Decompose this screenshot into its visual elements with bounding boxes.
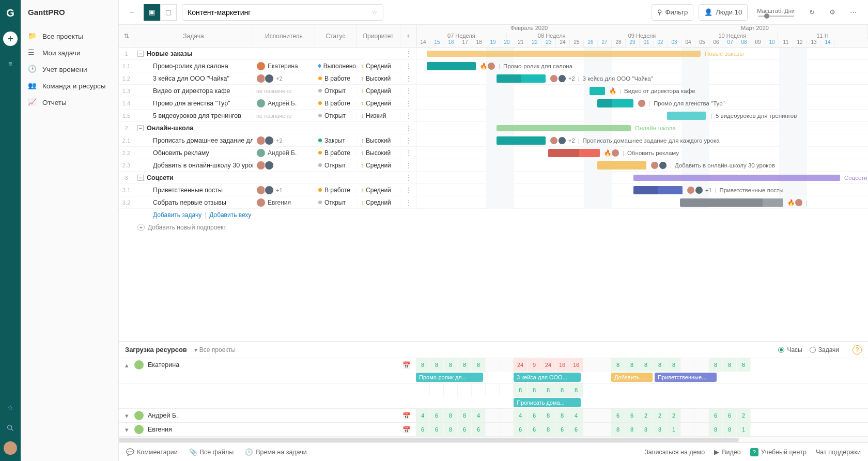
row-menu-button[interactable]: ⋮: [400, 174, 416, 181]
task-row[interactable]: 2.1Прописать домашнее задание для к...+2…: [119, 134, 868, 147]
row-menu-button[interactable]: ⋮: [400, 136, 416, 144]
gantt-view-button[interactable]: ▣: [144, 4, 160, 21]
star-icon[interactable]: ☆: [371, 8, 378, 16]
collapse-button[interactable]: −: [137, 125, 144, 131]
day-label: 22: [528, 39, 542, 47]
files-button[interactable]: 📎Все файлы: [189, 448, 234, 456]
resource-chip[interactable]: Добавить в ...: [611, 373, 653, 382]
row-menu-button[interactable]: ⋮: [400, 161, 416, 169]
gantt-bar[interactable]: [548, 149, 600, 157]
back-button[interactable]: ←: [126, 8, 138, 16]
calendar-icon[interactable]: 📅: [402, 412, 411, 420]
resource-chip[interactable]: Приветственные...: [655, 373, 717, 382]
sort-button[interactable]: ⇅: [119, 25, 134, 47]
demo-link[interactable]: Записаться на демо: [644, 449, 705, 456]
notification-icon[interactable]: ☆: [3, 400, 18, 414]
filter-icon: ⚲: [657, 8, 662, 16]
task-row[interactable]: 2.2Обновить рекламуАндрей Б.В работе↑Выс…: [119, 147, 868, 159]
chart-icon: 📈: [28, 98, 37, 107]
zoom-control[interactable]: Масштаб: Дни: [757, 8, 795, 17]
resource-chip[interactable]: Прописать дома...: [514, 398, 581, 407]
row-menu-button[interactable]: ⋮: [400, 149, 416, 157]
sidebar-item-my-tasks[interactable]: ☰ Мои задачи: [21, 44, 118, 61]
gantt-bar[interactable]: [597, 99, 633, 107]
gantt-bar[interactable]: [633, 186, 683, 194]
task-name: Добавить в онлайн-школу 30 уроков: [140, 162, 253, 169]
week-label: 09 Неделя: [597, 33, 688, 40]
time-button[interactable]: 🕒Время на задачи: [245, 448, 307, 456]
horizontal-scrollbar[interactable]: [119, 436, 868, 442]
fire-icon: 🔥: [787, 199, 795, 206]
sidebar-item-time[interactable]: 🕒 Учет времени: [21, 61, 118, 78]
sidebar-item-team[interactable]: 👥 Команда и ресурсы: [21, 78, 118, 94]
board-view-button[interactable]: ▢: [160, 4, 177, 21]
row-menu-button[interactable]: ⋮: [400, 112, 416, 119]
sidebar-label: Мои задачи: [42, 49, 81, 57]
collapse-button[interactable]: −: [137, 51, 144, 57]
resource-chip[interactable]: 3 кейса для ООО...: [514, 373, 581, 382]
menu-icon[interactable]: ≡: [3, 56, 18, 71]
search-icon[interactable]: [3, 421, 18, 435]
task-row[interactable]: 1.23 кейса для ООО "Чайка"+2В работе↑Выс…: [119, 72, 868, 85]
resource-chip[interactable]: Промо-ролик дл...: [416, 373, 483, 382]
add-milestone-link[interactable]: Добавить веху: [209, 211, 251, 219]
collapse-button[interactable]: −: [137, 175, 144, 181]
expand-button[interactable]: ▾: [125, 412, 130, 420]
row-menu-button[interactable]: ⋮: [400, 50, 416, 57]
history-icon[interactable]: ↻: [804, 5, 819, 20]
row-menu-button[interactable]: ⋮: [400, 99, 416, 107]
row-menu-button[interactable]: ⋮: [400, 124, 416, 132]
radio-hours[interactable]: Часы: [778, 346, 802, 354]
learn-link[interactable]: ?Учебный центр: [750, 448, 807, 456]
project-title-input[interactable]: [188, 8, 371, 17]
filter-button[interactable]: ⚲ Фильтр: [652, 4, 694, 21]
gantt-bar[interactable]: [590, 87, 605, 95]
calendar-icon[interactable]: 📅: [402, 361, 411, 369]
sidebar-item-all-projects[interactable]: 📁 Все проекты: [21, 28, 118, 44]
task-row[interactable]: 1.3Видео от директора кафене назначеноОт…: [119, 85, 868, 97]
col-task: Задача: [134, 25, 253, 47]
add-column-button[interactable]: +: [400, 25, 416, 47]
add-button[interactable]: +: [3, 32, 18, 46]
row-menu-button[interactable]: ⋮: [400, 74, 416, 82]
task-row[interactable]: 3.1Приветственные посты+1В работе↑Средни…: [119, 184, 868, 196]
help-icon[interactable]: ?: [853, 345, 862, 355]
calendar-icon[interactable]: 📅: [402, 426, 411, 434]
gantt-bar[interactable]: [667, 112, 706, 120]
row-menu-button[interactable]: ⋮: [400, 198, 416, 206]
day-label: 24: [556, 39, 570, 47]
more-icon[interactable]: ⋯: [845, 5, 861, 20]
gantt-bar[interactable]: [680, 198, 783, 207]
row-menu-button[interactable]: ⋮: [400, 62, 416, 70]
support-link[interactable]: Чат поддержки: [816, 449, 861, 456]
sidebar-label: Все проекты: [42, 33, 83, 40]
gantt-bar[interactable]: [497, 136, 546, 145]
settings-icon[interactable]: ⚙: [825, 5, 840, 20]
task-name: 3 кейса для ООО "Чайка": [140, 75, 229, 82]
row-menu-button[interactable]: ⋮: [400, 87, 416, 95]
task-row[interactable]: 1.4Промо для агенства "Тур"Андрей Б.В ра…: [119, 97, 868, 110]
video-link[interactable]: ▶Видео: [714, 448, 741, 456]
expand-button[interactable]: ▾: [125, 426, 130, 434]
sidebar-item-reports[interactable]: 📈 Отчеты: [21, 94, 118, 111]
zoom-slider[interactable]: [758, 16, 794, 17]
day-label: 12: [793, 39, 807, 47]
task-row[interactable]: 1.1Промо-ролик для салонаЕкатеринаВыполн…: [119, 60, 868, 72]
radio-tasks[interactable]: Задачи: [810, 346, 839, 354]
gantt-bar[interactable]: [497, 74, 546, 83]
resources-scope-select[interactable]: ▾ Все проекты: [194, 346, 236, 354]
plus-circle-icon[interactable]: +: [137, 224, 145, 231]
comments-button[interactable]: 💬Комментарии: [126, 448, 178, 456]
task-row[interactable]: 3.2Собрать первые отзывыЕвгенияОткрыт↑Ср…: [119, 196, 868, 209]
user-avatar[interactable]: [4, 441, 17, 455]
add-task-link[interactable]: Добавить задачу: [153, 211, 202, 219]
row-menu-button[interactable]: ⋮: [400, 186, 416, 194]
people-button[interactable]: 👤 Люди 10: [699, 4, 748, 21]
gantt-bar[interactable]: [427, 62, 476, 70]
add-subproject[interactable]: Добавить новый подпроект: [148, 224, 226, 231]
expand-button[interactable]: ▴: [125, 361, 130, 369]
task-row[interactable]: 2.3Добавить в онлайн-школу 30 уроковОткр…: [119, 159, 868, 172]
day-label: 14: [821, 39, 835, 47]
task-row[interactable]: 1.55 видеоуроков для тренинговне назначе…: [119, 110, 868, 122]
gantt-bar[interactable]: [597, 161, 646, 170]
